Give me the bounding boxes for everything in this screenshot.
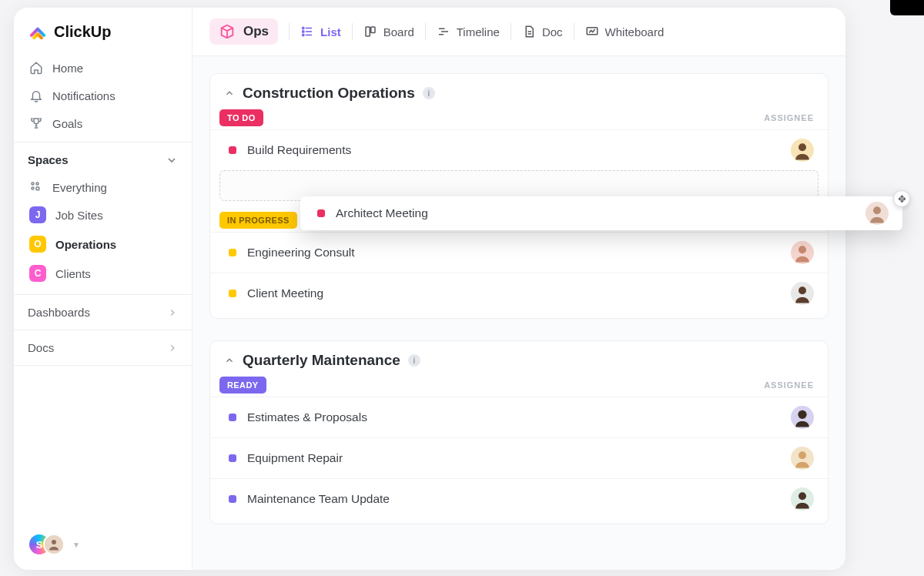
svg-rect-12 bbox=[370, 27, 374, 33]
nav-home[interactable]: Home bbox=[22, 54, 184, 82]
chevron-right-icon bbox=[167, 307, 178, 318]
svg-point-7 bbox=[303, 31, 304, 32]
avatar[interactable] bbox=[865, 202, 889, 225]
avatar[interactable] bbox=[791, 241, 814, 264]
avatar[interactable] bbox=[791, 282, 814, 305]
status-pill-inprogress[interactable]: IN PROGRESS bbox=[219, 212, 297, 229]
avatar[interactable] bbox=[791, 406, 814, 429]
info-icon[interactable]: i bbox=[408, 354, 420, 367]
space-badge-c: C bbox=[29, 265, 46, 282]
space-everything-label: Everything bbox=[52, 181, 107, 194]
dashboards-label: Dashboards bbox=[28, 306, 90, 319]
task-row[interactable]: Maintenance Team Update bbox=[210, 478, 828, 519]
nav-goals-label: Goals bbox=[52, 117, 82, 130]
nav-notifications[interactable]: Notifications bbox=[22, 82, 184, 109]
space-badge-o: O bbox=[29, 236, 46, 253]
list-quarterly-maintenance: Quarterly Maintenance i READY ASSIGNEE E… bbox=[209, 340, 829, 524]
bell-icon bbox=[29, 89, 43, 102]
list-title: Quarterly Maintenance bbox=[243, 352, 400, 369]
avatar[interactable] bbox=[791, 139, 814, 162]
view-timeline[interactable]: Timeline bbox=[437, 25, 500, 39]
view-board-label: Board bbox=[383, 25, 414, 39]
task-row[interactable]: Client Meeting bbox=[210, 273, 828, 313]
view-board[interactable]: Board bbox=[363, 25, 414, 39]
move-cursor-icon: ✥ bbox=[893, 190, 910, 207]
space-operations[interactable]: O Operations bbox=[22, 229, 184, 259]
app-window: ClickUp Home Notifications Goals Spaces bbox=[14, 8, 845, 570]
status-pill-todo[interactable]: TO DO bbox=[219, 109, 263, 126]
timeline-icon bbox=[437, 25, 450, 39]
svg-rect-3 bbox=[36, 187, 39, 190]
view-whiteboard-label: Whiteboard bbox=[605, 25, 665, 39]
list-header[interactable]: Construction Operations i bbox=[210, 85, 828, 109]
chevron-right-icon bbox=[167, 343, 178, 353]
avatar[interactable] bbox=[791, 487, 814, 511]
svg-point-2 bbox=[32, 187, 34, 189]
svg-point-20 bbox=[798, 246, 806, 253]
spaces-header[interactable]: Spaces bbox=[14, 142, 192, 174]
status-square bbox=[229, 249, 236, 256]
nav-home-label: Home bbox=[52, 62, 83, 75]
svg-point-22 bbox=[798, 410, 806, 419]
dashboards-row[interactable]: Dashboards bbox=[14, 294, 192, 330]
space-chip[interactable]: Ops bbox=[209, 18, 278, 45]
nav-goals[interactable]: Goals bbox=[22, 109, 184, 137]
docs-label: Docs bbox=[28, 341, 54, 354]
task-name: Engineering Consult bbox=[247, 246, 355, 260]
view-doc[interactable]: Doc bbox=[522, 25, 563, 39]
status-square bbox=[229, 414, 236, 421]
svg-point-23 bbox=[798, 451, 806, 459]
task-row[interactable]: Equipment Repair bbox=[210, 437, 828, 478]
chevron-up-icon bbox=[224, 88, 235, 99]
task-row[interactable]: Build Requirements bbox=[210, 129, 828, 170]
home-icon bbox=[29, 61, 43, 75]
avatar-stack: S bbox=[28, 533, 65, 556]
cube-icon bbox=[219, 23, 236, 40]
task-name: Build Requirements bbox=[247, 143, 351, 157]
chevron-down-icon bbox=[166, 154, 178, 166]
whiteboard-icon bbox=[585, 25, 599, 39]
dragging-task-card[interactable]: Architect Meeting bbox=[300, 196, 902, 230]
status-square bbox=[229, 495, 236, 503]
chevron-up-icon bbox=[224, 355, 235, 366]
docs-row[interactable]: Docs bbox=[14, 330, 192, 366]
board-icon bbox=[363, 25, 377, 39]
status-square bbox=[229, 146, 236, 154]
space-everything[interactable]: Everything bbox=[22, 174, 184, 200]
brand-name: ClickUp bbox=[54, 23, 111, 41]
assignee-header: ASSIGNEE bbox=[764, 380, 814, 390]
status-square bbox=[229, 290, 236, 297]
info-icon[interactable]: i bbox=[423, 87, 435, 99]
svg-point-19 bbox=[798, 143, 806, 151]
task-row[interactable]: Engineering Consult bbox=[210, 232, 828, 273]
doc-icon bbox=[522, 25, 536, 39]
svg-point-24 bbox=[798, 492, 806, 500]
svg-point-4 bbox=[52, 540, 56, 544]
topbar: Ops List Board Timeline Doc bbox=[192, 8, 845, 56]
view-list-label: List bbox=[320, 25, 341, 39]
list-title: Construction Operations bbox=[243, 85, 415, 102]
user-avatar-photo bbox=[43, 534, 65, 555]
view-list[interactable]: List bbox=[300, 25, 341, 39]
svg-point-21 bbox=[798, 286, 806, 294]
task-name: Maintenance Team Update bbox=[247, 492, 390, 506]
divider bbox=[289, 23, 290, 40]
user-menu[interactable]: S ▼ bbox=[14, 519, 192, 570]
space-job-sites[interactable]: J Job Sites bbox=[22, 200, 184, 229]
task-row[interactable]: Estimates & Proposals bbox=[210, 397, 828, 437]
main-panel: Ops List Board Timeline Doc bbox=[192, 8, 845, 570]
list-header[interactable]: Quarterly Maintenance i bbox=[210, 352, 828, 377]
space-operations-label: Operations bbox=[55, 238, 116, 251]
brand-row[interactable]: ClickUp bbox=[14, 8, 192, 52]
status-square bbox=[229, 454, 236, 462]
space-clients[interactable]: C Clients bbox=[22, 259, 184, 288]
view-whiteboard[interactable]: Whiteboard bbox=[585, 25, 665, 39]
divider bbox=[425, 23, 426, 40]
primary-nav: Home Notifications Goals bbox=[14, 52, 192, 142]
space-badge-j: J bbox=[29, 206, 46, 223]
svg-point-9 bbox=[303, 34, 304, 35]
status-square bbox=[317, 209, 325, 217]
svg-rect-11 bbox=[366, 27, 370, 36]
status-pill-ready[interactable]: READY bbox=[219, 377, 266, 393]
avatar[interactable] bbox=[791, 447, 814, 470]
